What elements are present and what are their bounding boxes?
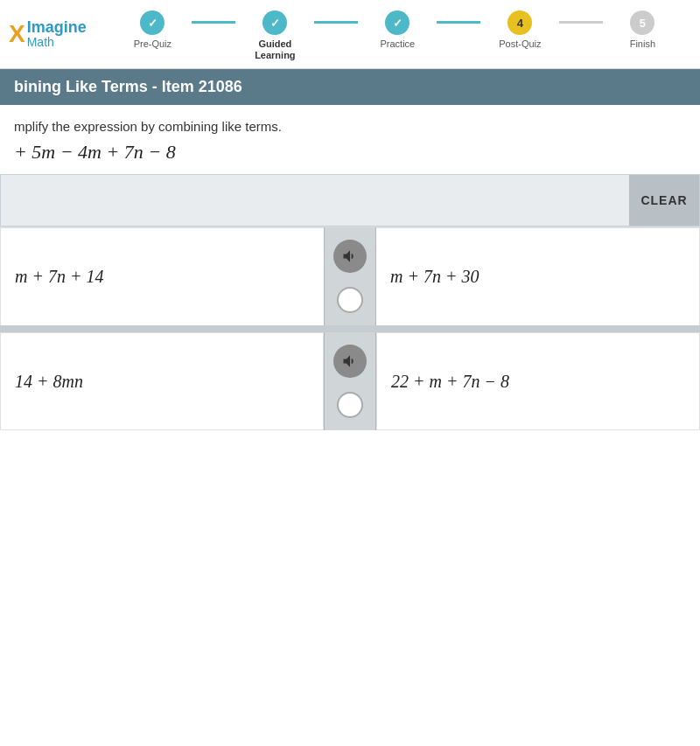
step-label-finish: Finish: [630, 38, 655, 50]
option-a[interactable]: m + 7n + 14: [0, 227, 324, 325]
step-label-prequiz: Pre-Quiz: [134, 38, 172, 50]
step-circle-postquiz: 4: [508, 10, 532, 35]
option-b[interactable]: m + 7n + 30: [376, 227, 700, 325]
speaker-button-row1[interactable]: [333, 240, 367, 273]
page-title: bining Like Terms - Item 21086: [14, 78, 242, 95]
option-d-text: 22 + m + 7n − 8: [391, 372, 509, 392]
option-d[interactable]: 22 + m + 7n − 8: [376, 332, 700, 430]
step-practice[interactable]: ✓ Practice: [358, 10, 437, 50]
radio-option-c[interactable]: [337, 392, 363, 418]
math-expression: + 5m − 4m + 7n − 8: [14, 141, 686, 164]
logo-x-icon: X: [9, 20, 25, 48]
step-circle-practice: ✓: [385, 10, 410, 35]
step-circle-prequiz: ✓: [140, 10, 164, 35]
step-label-guided: GuidedLearning: [255, 38, 295, 61]
option-c-text: 14 + 8mn: [15, 372, 83, 392]
instruction-text: mplify the expression by combining like …: [14, 119, 686, 134]
step-prequiz[interactable]: ✓ Pre-Quiz: [113, 10, 192, 50]
step-postquiz[interactable]: 4 Post-Quiz: [480, 10, 559, 50]
step-label-practice: Practice: [380, 38, 415, 50]
middle-column-row1: [324, 227, 376, 325]
option-a-text: m + 7n + 14: [15, 267, 103, 287]
radio-option-a[interactable]: [337, 287, 363, 313]
options-grid: m + 7n + 14 m + 7n + 30 14 + 8mn 22 + m …: [0, 227, 700, 430]
answer-area: CLEAR: [0, 174, 700, 227]
middle-column-row2: [324, 332, 376, 430]
title-bar: bining Like Terms - Item 21086: [0, 69, 700, 105]
step-finish[interactable]: 5 Finish: [603, 10, 682, 50]
logo: X Imagine Math: [9, 19, 87, 50]
option-b-text: m + 7n + 30: [390, 267, 479, 287]
connector-4: [559, 21, 603, 24]
step-circle-finish: 5: [630, 10, 654, 35]
step-guided[interactable]: ✓ GuidedLearning: [235, 10, 314, 61]
step-circle-guided: ✓: [262, 10, 287, 35]
clear-button[interactable]: CLEAR: [629, 175, 699, 226]
connector-1: [192, 21, 235, 24]
logo-imagine: Imagine: [27, 19, 87, 37]
header: X Imagine Math ✓ Pre-Quiz ✓ GuidedLearni…: [0, 0, 700, 69]
speaker-icon-row1: [341, 248, 359, 265]
step-label-postquiz: Post-Quiz: [499, 38, 541, 50]
connector-2: [314, 21, 358, 24]
row-separator: [0, 325, 700, 332]
progress-steps: ✓ Pre-Quiz ✓ GuidedLearning ✓ Practice 4…: [104, 7, 691, 61]
logo-math: Math: [27, 36, 87, 49]
connector-3: [437, 21, 480, 24]
speaker-icon-row2: [341, 352, 359, 370]
content-area: mplify the expression by combining like …: [0, 105, 700, 164]
option-c[interactable]: 14 + 8mn: [0, 332, 324, 430]
speaker-button-row2[interactable]: [333, 345, 367, 378]
